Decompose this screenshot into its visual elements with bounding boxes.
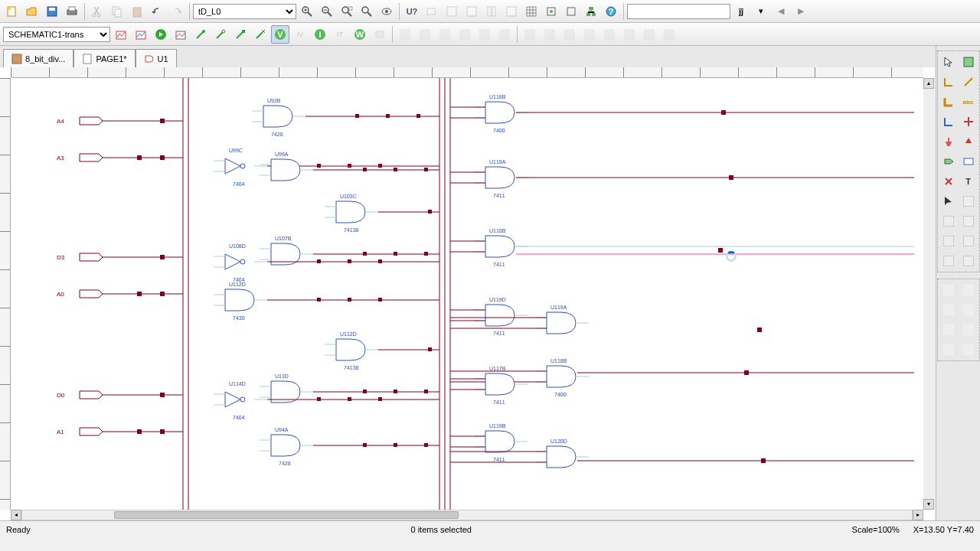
- svg-rect-71: [160, 155, 165, 160]
- power-l-icon[interactable]: [939, 112, 958, 131]
- svg-rect-179: [363, 443, 367, 447]
- w-badge-icon[interactable]: W: [351, 25, 369, 44]
- text-icon[interactable]: T: [959, 172, 978, 191]
- svg-rect-4: [69, 7, 75, 11]
- ground-icon[interactable]: [939, 132, 958, 151]
- svg-rect-79: [137, 292, 142, 296]
- zoom-in-icon[interactable]: [298, 2, 316, 21]
- svg-text:7411: 7411: [493, 399, 505, 405]
- marker4-icon[interactable]: [251, 25, 270, 44]
- d7-icon: [939, 341, 958, 359]
- grid-icon[interactable]: [522, 2, 541, 21]
- run-icon[interactable]: [152, 25, 170, 44]
- tab-part[interactable]: U1: [136, 49, 177, 67]
- scroll-down-icon[interactable]: ▾: [923, 499, 934, 510]
- svg-rect-53: [564, 29, 575, 40]
- svg-rect-9: [133, 8, 141, 17]
- svg-rect-58: [664, 29, 675, 40]
- part-icon: [144, 54, 155, 64]
- scroll-up-icon[interactable]: ▴: [923, 78, 934, 89]
- scroll-left-icon[interactable]: ◂: [11, 510, 21, 520]
- d8-icon: [959, 341, 978, 359]
- results-icon[interactable]: [172, 25, 190, 44]
- u-marker-icon[interactable]: U?: [403, 2, 421, 21]
- q6-icon[interactable]: [939, 252, 958, 270]
- q5-icon[interactable]: [959, 232, 978, 250]
- q1-icon[interactable]: [959, 192, 978, 210]
- print-icon[interactable]: [63, 2, 81, 21]
- bus-icon[interactable]: [939, 93, 958, 111]
- status-selection: 0 items selected: [410, 525, 471, 534]
- svg-text:U110B: U110B: [489, 228, 506, 233]
- offpage-icon[interactable]: [939, 152, 958, 171]
- svg-rect-265: [963, 285, 974, 295]
- scrollbar-vertical[interactable]: ▴ ▾: [923, 78, 934, 510]
- scroll-h-thumb[interactable]: [114, 511, 459, 519]
- dropdown-icon[interactable]: ▾: [752, 2, 770, 21]
- svg-text:U11D: U11D: [275, 373, 289, 379]
- net-alias-icon[interactable]: abc: [959, 93, 978, 111]
- new-icon[interactable]: [3, 2, 21, 21]
- tab-project[interactable]: 8_bit_div...: [3, 49, 74, 67]
- svg-point-129: [240, 259, 245, 264]
- svg-rect-78: [160, 292, 165, 296]
- zoom-fit-icon[interactable]: [358, 2, 376, 21]
- q2-icon[interactable]: [939, 212, 958, 230]
- svg-text:7400: 7400: [554, 392, 567, 397]
- profile2-icon[interactable]: [132, 25, 150, 44]
- svg-rect-269: [963, 324, 974, 335]
- svg-point-12: [342, 7, 348, 13]
- wire-l-icon[interactable]: [939, 73, 958, 91]
- svg-rect-147: [378, 298, 382, 302]
- snap1-icon[interactable]: [542, 2, 560, 21]
- undo-icon[interactable]: [148, 2, 166, 21]
- binoculars-icon[interactable]: ĵĵ: [732, 2, 750, 21]
- save-icon[interactable]: [43, 2, 61, 21]
- i-badge-icon[interactable]: I: [311, 25, 329, 44]
- scroll-right-icon[interactable]: ▸: [913, 510, 923, 520]
- svg-rect-48: [459, 29, 470, 40]
- svg-rect-72: [137, 155, 142, 160]
- g10-icon: [580, 25, 599, 44]
- i-marker-icon[interactable]: [211, 25, 230, 44]
- hierarchy-icon[interactable]: [582, 2, 600, 21]
- svg-text:D0: D0: [57, 392, 65, 399]
- no-connect-icon[interactable]: [939, 172, 958, 191]
- fisheye-icon[interactable]: [377, 2, 396, 21]
- svg-text:U117B: U117B: [489, 366, 506, 371]
- g5-icon: [475, 25, 494, 44]
- wire-diag-icon[interactable]: [959, 73, 978, 91]
- snap2-icon[interactable]: [562, 2, 580, 21]
- svg-rect-57: [644, 29, 655, 40]
- open-icon[interactable]: [23, 2, 41, 21]
- svg-rect-266: [943, 305, 954, 315]
- zoom-out-icon[interactable]: [318, 2, 336, 21]
- w-marker-icon[interactable]: [231, 25, 250, 44]
- svg-text:A1: A1: [57, 429, 64, 435]
- help-icon[interactable]: ?: [602, 2, 620, 21]
- tab-page[interactable]: PAGE1*: [74, 49, 135, 67]
- select-tool-icon[interactable]: [939, 53, 958, 71]
- schematic-viewport[interactable]: A4A3D3A0D0A1 U92B7428U99C7404U99AU103C74…: [11, 78, 923, 510]
- find-input[interactable]: [627, 4, 730, 19]
- svg-rect-25: [567, 8, 575, 15]
- svg-rect-254: [761, 458, 766, 463]
- profile1-icon[interactable]: [112, 25, 130, 44]
- power-icon[interactable]: [959, 132, 978, 151]
- q4-icon[interactable]: [939, 232, 958, 250]
- place-part-icon[interactable]: [959, 152, 978, 171]
- v-marker-icon[interactable]: [191, 25, 210, 44]
- scrollbar-horizontal[interactable]: ◂ ▸: [11, 510, 923, 520]
- back-annotate-icon: [423, 2, 441, 21]
- q7-icon[interactable]: [959, 252, 978, 270]
- junction-icon[interactable]: [959, 112, 978, 131]
- arrow-tool-icon[interactable]: [939, 192, 958, 210]
- svg-rect-68: [160, 119, 165, 123]
- zoom-area-icon[interactable]: [338, 2, 356, 21]
- schematic-combo[interactable]: SCHEMATIC1-trans: [3, 27, 110, 42]
- area-tool-icon[interactable]: [959, 53, 978, 71]
- part-combo[interactable]: tD_L0: [193, 4, 296, 19]
- q3-icon[interactable]: [959, 212, 978, 230]
- svg-text:U94A: U94A: [275, 427, 289, 432]
- v-badge-icon[interactable]: V: [271, 25, 289, 44]
